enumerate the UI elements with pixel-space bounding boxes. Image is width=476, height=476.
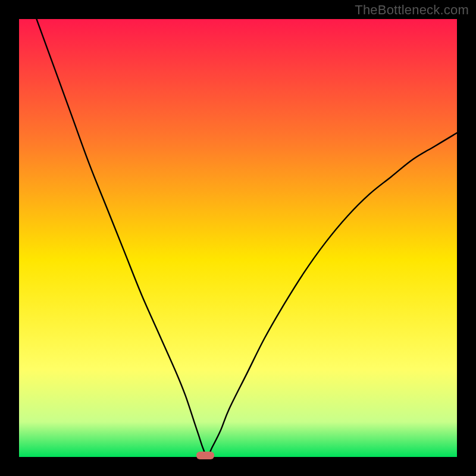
plot-svg [19,19,457,457]
attribution-text: TheBottleneck.com [355,2,469,18]
plot-area [19,19,457,457]
chart-frame: TheBottleneck.com [0,0,476,476]
optimum-marker [196,452,214,459]
